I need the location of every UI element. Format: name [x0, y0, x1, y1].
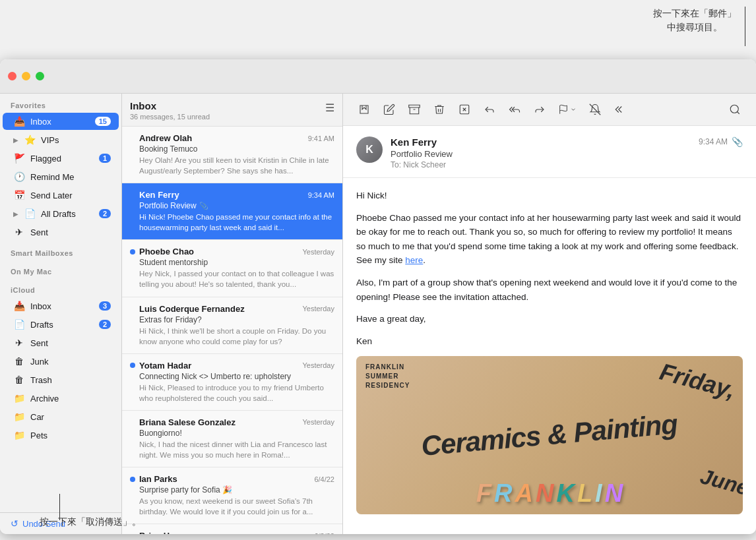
sidebar-item-icloud-sent[interactable]: ✈ Sent — [3, 334, 119, 351]
icloud-trash-icon: 🗑 — [13, 375, 25, 385]
event-banner-bg: FRANKLIN SUMMER RESIDENCY Ceramics & Pai… — [356, 356, 743, 514]
more-button[interactable] — [610, 99, 631, 120]
sidebar-item-all-drafts[interactable]: ▶ 📄 All Drafts 2 — [3, 205, 119, 222]
icloud-drafts-badge: 2 — [99, 320, 111, 329]
delete-button[interactable] — [429, 99, 450, 120]
msg-sender: Yotam Hadar — [139, 361, 191, 371]
sidebar-item-flagged[interactable]: 🚩 Flagged 1 — [3, 150, 119, 167]
list-item[interactable]: Brian Heung 6/3/22 Book cover? Hi Nick, … — [122, 524, 342, 534]
mute-button[interactable] — [584, 99, 606, 120]
letter-a: A — [515, 479, 533, 508]
letter-r: R — [494, 479, 512, 508]
email-closing-1: Have a great day, — [356, 312, 743, 326]
sidebar-item-vips[interactable]: ▶ ⭐ VIPs — [3, 131, 119, 148]
window-controls — [8, 72, 44, 80]
reply-all-button[interactable] — [504, 99, 525, 120]
email-paragraph-1: Phoebe Chao passed me your contact info … — [356, 211, 743, 268]
flag-button[interactable] — [554, 102, 581, 117]
list-item[interactable]: Andrew Olah 9:41 AM Booking Temuco Hey O… — [122, 127, 342, 183]
sidebar-icloud-inbox-label: Inbox — [30, 301, 94, 311]
sidebar-flagged-label: Flagged — [30, 154, 94, 164]
minimize-button[interactable] — [22, 72, 30, 80]
toolbar — [0, 59, 756, 94]
msg-sender: Ian Parks — [139, 474, 177, 484]
message-list-count: 36 messages, 15 unread — [130, 113, 210, 121]
remind-icon: 🕐 — [13, 171, 25, 182]
tooltip-line-top — [745, 7, 745, 46]
tooltip-bottom-left: 按一下來「取消傳送」。 — [40, 516, 141, 528]
message-list-header: Inbox 36 messages, 15 unread ☰ — [122, 94, 342, 127]
filter-icon[interactable]: ☰ — [325, 102, 334, 114]
msg-subject: Connecting Nick <> Umberto re: upholster… — [130, 372, 334, 381]
sidebar-item-icloud-pets[interactable]: 📁 Pets — [3, 427, 119, 444]
maximize-button[interactable] — [36, 72, 44, 80]
compose-button[interactable] — [354, 99, 375, 120]
email-pane: K Ken Ferry Portfolio Review To: Nick Sc… — [343, 94, 756, 534]
msg-sender: Phoebe Chao — [139, 247, 194, 256]
msg-sender: Ken Ferry — [139, 190, 179, 200]
sidebar-item-icloud-drafts[interactable]: 📄 Drafts 2 — [3, 316, 119, 333]
msg-preview: As you know, next weekend is our sweet S… — [130, 496, 334, 517]
icloud-pets-icon: 📁 — [13, 430, 25, 440]
msg-preview: Nick, I had the nicest dinner with Lia a… — [130, 439, 334, 460]
search-button[interactable] — [724, 99, 745, 120]
list-item[interactable]: Ken Ferry 9:34 AM Portfolio Review 📎 Hi … — [122, 183, 342, 240]
undo-send-icon: ↺ — [11, 518, 18, 529]
sidebar-item-icloud-inbox[interactable]: 📥 Inbox 3 — [3, 297, 119, 315]
msg-subject: Booking Temuco — [130, 144, 334, 154]
list-item[interactable]: Yotam Hadar Yesterday Connecting Nick <>… — [122, 354, 342, 411]
sidebar-item-icloud-archive[interactable]: 📁 Archive — [3, 390, 119, 407]
event-title-3: RESIDENCY — [365, 381, 410, 390]
send-later-icon: 📅 — [13, 190, 25, 200]
icloud-label: iCloud — [0, 278, 121, 297]
msg-time: Yesterday — [302, 361, 334, 369]
sidebar-item-inbox[interactable]: 📥 Inbox 15 — [3, 113, 119, 130]
vips-icon: ⭐ — [24, 135, 36, 145]
list-item[interactable]: Ian Parks 6/4/22 Surprise party for Sofi… — [122, 467, 342, 524]
msg-preview: Hi Nick, Pleased to introduce you to my … — [130, 382, 334, 404]
msg-time: 9:41 AM — [308, 135, 334, 142]
event-title-1: FRANKLIN — [365, 363, 410, 372]
all-drafts-chevron: ▶ — [13, 210, 18, 218]
sidebar-item-icloud-junk[interactable]: 🗑 Junk — [3, 353, 119, 370]
list-item[interactable]: Luis Coderque Fernandez Yesterday Extras… — [122, 297, 342, 354]
sidebar-icloud-junk-label: Junk — [30, 357, 111, 367]
close-button[interactable] — [8, 72, 16, 80]
msg-time: Yesterday — [302, 418, 334, 426]
svg-line-2 — [590, 104, 601, 115]
sidebar-item-icloud-car[interactable]: 📁 Car — [3, 408, 119, 425]
sidebar-item-send-later[interactable]: 📅 Send Later — [3, 187, 119, 204]
email-link[interactable]: here — [405, 255, 423, 265]
unread-indicator — [130, 363, 135, 368]
sidebar: Favorites 📥 Inbox 15 ▶ ⭐ VIPs 🚩 Flagged … — [0, 94, 122, 534]
email-from: Ken Ferry — [391, 136, 691, 148]
sidebar-item-sent[interactable]: ✈ Sent — [3, 224, 119, 241]
list-item[interactable]: Briana Salese Gonzalez Yesterday Buongio… — [122, 411, 342, 467]
tooltip-top-right: 按一下來在「郵件」 中搜尋項目。 — [653, 7, 736, 34]
list-item[interactable]: Phoebe Chao Yesterday Student mentorship… — [122, 240, 342, 297]
msg-time: 6/4/22 — [314, 475, 334, 483]
icloud-archive-icon: 📁 — [13, 393, 25, 404]
move-to-junk-button[interactable] — [454, 99, 475, 120]
new-message-button[interactable] — [379, 99, 400, 120]
forward-button[interactable] — [529, 99, 550, 120]
msg-subject: Extras for Friday? — [130, 315, 334, 324]
event-friday-text: Friday, — [658, 360, 738, 403]
sidebar-remind-label: Remind Me — [30, 172, 111, 182]
msg-preview: Hey Nick, I passed your contact on to th… — [130, 268, 334, 289]
sidebar-item-icloud-trash[interactable]: 🗑 Trash — [3, 371, 119, 388]
event-main-text: Ceramics & Painting — [420, 409, 679, 462]
sidebar-icloud-sent-label: Sent — [30, 338, 111, 348]
reply-button[interactable] — [479, 99, 500, 120]
archive-button[interactable] — [404, 99, 425, 120]
inbox-badge: 15 — [95, 117, 111, 126]
sidebar-all-drafts-label: All Drafts — [41, 209, 94, 219]
sidebar-item-remind-me[interactable]: 🕐 Remind Me — [3, 168, 119, 185]
email-to: To: Nick Scheer — [391, 160, 691, 169]
email-header: K Ken Ferry Portfolio Review To: Nick Sc… — [343, 126, 756, 178]
msg-time: 6/3/22 — [314, 532, 334, 534]
email-closing-2: Ken — [356, 334, 743, 349]
vips-chevron: ▶ — [13, 136, 18, 144]
email-time-wrap: 9:34 AM 📎 — [699, 136, 743, 147]
sidebar-vips-label: VIPs — [41, 135, 111, 145]
